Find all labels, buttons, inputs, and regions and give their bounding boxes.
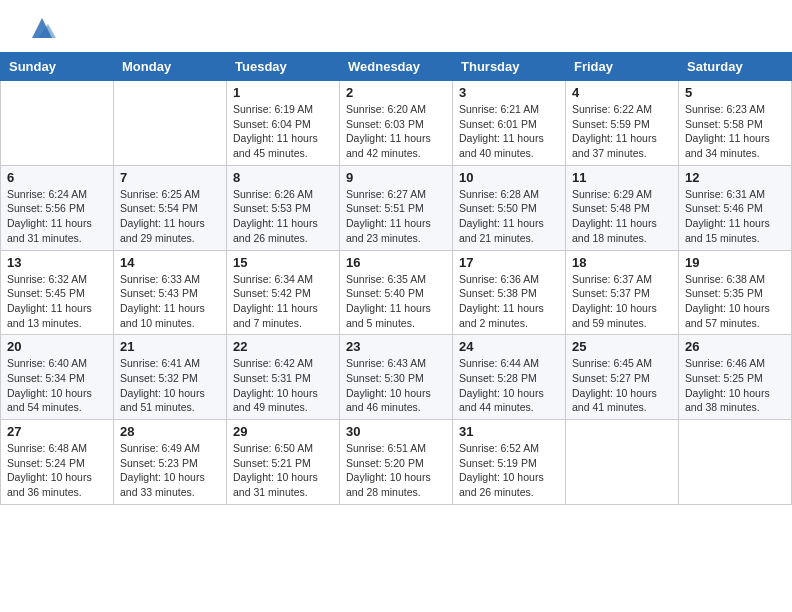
day-number: 12 [685, 170, 785, 185]
calendar-cell: 25Sunrise: 6:45 AMSunset: 5:27 PMDayligh… [566, 335, 679, 420]
day-number: 11 [572, 170, 672, 185]
calendar-cell: 22Sunrise: 6:42 AMSunset: 5:31 PMDayligh… [227, 335, 340, 420]
day-info: Sunrise: 6:36 AMSunset: 5:38 PMDaylight:… [459, 272, 559, 331]
col-header-monday: Monday [114, 53, 227, 81]
calendar-cell [114, 81, 227, 166]
calendar: SundayMondayTuesdayWednesdayThursdayFrid… [0, 52, 792, 505]
calendar-cell [679, 420, 792, 505]
day-number: 3 [459, 85, 559, 100]
week-row-4: 20Sunrise: 6:40 AMSunset: 5:34 PMDayligh… [1, 335, 792, 420]
day-number: 13 [7, 255, 107, 270]
day-info: Sunrise: 6:25 AMSunset: 5:54 PMDaylight:… [120, 187, 220, 246]
day-info: Sunrise: 6:20 AMSunset: 6:03 PMDaylight:… [346, 102, 446, 161]
day-info: Sunrise: 6:40 AMSunset: 5:34 PMDaylight:… [7, 356, 107, 415]
calendar-cell: 3Sunrise: 6:21 AMSunset: 6:01 PMDaylight… [453, 81, 566, 166]
day-info: Sunrise: 6:46 AMSunset: 5:25 PMDaylight:… [685, 356, 785, 415]
calendar-cell: 19Sunrise: 6:38 AMSunset: 5:35 PMDayligh… [679, 250, 792, 335]
day-number: 14 [120, 255, 220, 270]
calendar-cell: 24Sunrise: 6:44 AMSunset: 5:28 PMDayligh… [453, 335, 566, 420]
calendar-cell: 13Sunrise: 6:32 AMSunset: 5:45 PMDayligh… [1, 250, 114, 335]
calendar-cell: 2Sunrise: 6:20 AMSunset: 6:03 PMDaylight… [340, 81, 453, 166]
calendar-cell: 21Sunrise: 6:41 AMSunset: 5:32 PMDayligh… [114, 335, 227, 420]
calendar-cell: 10Sunrise: 6:28 AMSunset: 5:50 PMDayligh… [453, 165, 566, 250]
week-row-1: 1Sunrise: 6:19 AMSunset: 6:04 PMDaylight… [1, 81, 792, 166]
day-info: Sunrise: 6:49 AMSunset: 5:23 PMDaylight:… [120, 441, 220, 500]
day-number: 30 [346, 424, 446, 439]
week-row-2: 6Sunrise: 6:24 AMSunset: 5:56 PMDaylight… [1, 165, 792, 250]
day-info: Sunrise: 6:48 AMSunset: 5:24 PMDaylight:… [7, 441, 107, 500]
day-info: Sunrise: 6:31 AMSunset: 5:46 PMDaylight:… [685, 187, 785, 246]
day-number: 9 [346, 170, 446, 185]
calendar-cell: 18Sunrise: 6:37 AMSunset: 5:37 PMDayligh… [566, 250, 679, 335]
col-header-sunday: Sunday [1, 53, 114, 81]
day-number: 16 [346, 255, 446, 270]
day-info: Sunrise: 6:37 AMSunset: 5:37 PMDaylight:… [572, 272, 672, 331]
calendar-cell: 16Sunrise: 6:35 AMSunset: 5:40 PMDayligh… [340, 250, 453, 335]
week-row-5: 27Sunrise: 6:48 AMSunset: 5:24 PMDayligh… [1, 420, 792, 505]
day-info: Sunrise: 6:42 AMSunset: 5:31 PMDaylight:… [233, 356, 333, 415]
day-number: 18 [572, 255, 672, 270]
logo [24, 18, 56, 42]
day-number: 4 [572, 85, 672, 100]
calendar-cell: 20Sunrise: 6:40 AMSunset: 5:34 PMDayligh… [1, 335, 114, 420]
logo-icon [28, 14, 56, 42]
calendar-cell [566, 420, 679, 505]
calendar-cell: 11Sunrise: 6:29 AMSunset: 5:48 PMDayligh… [566, 165, 679, 250]
day-number: 20 [7, 339, 107, 354]
day-info: Sunrise: 6:38 AMSunset: 5:35 PMDaylight:… [685, 272, 785, 331]
day-info: Sunrise: 6:34 AMSunset: 5:42 PMDaylight:… [233, 272, 333, 331]
calendar-cell: 5Sunrise: 6:23 AMSunset: 5:58 PMDaylight… [679, 81, 792, 166]
day-number: 6 [7, 170, 107, 185]
day-number: 2 [346, 85, 446, 100]
col-header-tuesday: Tuesday [227, 53, 340, 81]
calendar-cell: 12Sunrise: 6:31 AMSunset: 5:46 PMDayligh… [679, 165, 792, 250]
header [0, 0, 792, 52]
day-info: Sunrise: 6:27 AMSunset: 5:51 PMDaylight:… [346, 187, 446, 246]
day-number: 25 [572, 339, 672, 354]
week-row-3: 13Sunrise: 6:32 AMSunset: 5:45 PMDayligh… [1, 250, 792, 335]
day-number: 31 [459, 424, 559, 439]
calendar-cell: 29Sunrise: 6:50 AMSunset: 5:21 PMDayligh… [227, 420, 340, 505]
calendar-cell: 7Sunrise: 6:25 AMSunset: 5:54 PMDaylight… [114, 165, 227, 250]
day-info: Sunrise: 6:43 AMSunset: 5:30 PMDaylight:… [346, 356, 446, 415]
day-number: 15 [233, 255, 333, 270]
day-info: Sunrise: 6:41 AMSunset: 5:32 PMDaylight:… [120, 356, 220, 415]
day-info: Sunrise: 6:21 AMSunset: 6:01 PMDaylight:… [459, 102, 559, 161]
day-number: 21 [120, 339, 220, 354]
day-info: Sunrise: 6:35 AMSunset: 5:40 PMDaylight:… [346, 272, 446, 331]
day-number: 28 [120, 424, 220, 439]
day-info: Sunrise: 6:22 AMSunset: 5:59 PMDaylight:… [572, 102, 672, 161]
day-info: Sunrise: 6:51 AMSunset: 5:20 PMDaylight:… [346, 441, 446, 500]
day-info: Sunrise: 6:50 AMSunset: 5:21 PMDaylight:… [233, 441, 333, 500]
day-number: 17 [459, 255, 559, 270]
day-info: Sunrise: 6:24 AMSunset: 5:56 PMDaylight:… [7, 187, 107, 246]
day-number: 29 [233, 424, 333, 439]
calendar-cell: 9Sunrise: 6:27 AMSunset: 5:51 PMDaylight… [340, 165, 453, 250]
calendar-cell [1, 81, 114, 166]
day-number: 26 [685, 339, 785, 354]
col-header-thursday: Thursday [453, 53, 566, 81]
day-number: 10 [459, 170, 559, 185]
day-number: 22 [233, 339, 333, 354]
day-number: 19 [685, 255, 785, 270]
calendar-cell: 6Sunrise: 6:24 AMSunset: 5:56 PMDaylight… [1, 165, 114, 250]
calendar-cell: 1Sunrise: 6:19 AMSunset: 6:04 PMDaylight… [227, 81, 340, 166]
calendar-header-row: SundayMondayTuesdayWednesdayThursdayFrid… [1, 53, 792, 81]
calendar-cell: 17Sunrise: 6:36 AMSunset: 5:38 PMDayligh… [453, 250, 566, 335]
day-number: 24 [459, 339, 559, 354]
calendar-cell: 27Sunrise: 6:48 AMSunset: 5:24 PMDayligh… [1, 420, 114, 505]
col-header-wednesday: Wednesday [340, 53, 453, 81]
day-info: Sunrise: 6:28 AMSunset: 5:50 PMDaylight:… [459, 187, 559, 246]
calendar-cell: 14Sunrise: 6:33 AMSunset: 5:43 PMDayligh… [114, 250, 227, 335]
col-header-friday: Friday [566, 53, 679, 81]
calendar-cell: 4Sunrise: 6:22 AMSunset: 5:59 PMDaylight… [566, 81, 679, 166]
day-info: Sunrise: 6:19 AMSunset: 6:04 PMDaylight:… [233, 102, 333, 161]
col-header-saturday: Saturday [679, 53, 792, 81]
calendar-cell: 23Sunrise: 6:43 AMSunset: 5:30 PMDayligh… [340, 335, 453, 420]
day-number: 23 [346, 339, 446, 354]
day-info: Sunrise: 6:52 AMSunset: 5:19 PMDaylight:… [459, 441, 559, 500]
day-info: Sunrise: 6:44 AMSunset: 5:28 PMDaylight:… [459, 356, 559, 415]
day-info: Sunrise: 6:26 AMSunset: 5:53 PMDaylight:… [233, 187, 333, 246]
calendar-cell: 28Sunrise: 6:49 AMSunset: 5:23 PMDayligh… [114, 420, 227, 505]
day-info: Sunrise: 6:45 AMSunset: 5:27 PMDaylight:… [572, 356, 672, 415]
